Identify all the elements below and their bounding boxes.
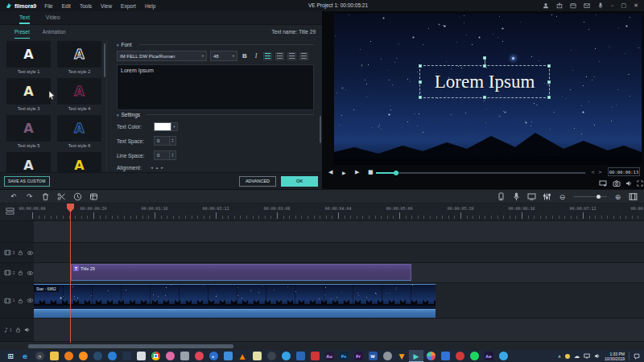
undo-button[interactable]: ↶: [9, 192, 18, 201]
menu-tools[interactable]: Tools: [80, 3, 92, 9]
taskbar-chrome[interactable]: [148, 350, 163, 362]
action-center-icon[interactable]: [634, 353, 640, 360]
menu-export[interactable]: Export: [121, 3, 136, 9]
track-lane-video-1[interactable]: Star - 6862: [34, 283, 644, 318]
next-frame-button[interactable]: ▶: [355, 169, 359, 176]
text-selection-box[interactable]: Lorem Ipsum: [419, 65, 550, 98]
settings-section-header[interactable]: ▾ Settings: [117, 112, 314, 117]
maximize-button[interactable]: ▢: [621, 2, 627, 9]
title-clip[interactable]: T Title 29: [71, 264, 411, 281]
zoom-out-icon[interactable]: ⊖: [558, 192, 567, 201]
speaker-mute-icon[interactable]: [24, 327, 31, 333]
display-device-icon[interactable]: [599, 180, 607, 187]
text-style-card-6[interactable]: AText style 6: [57, 115, 101, 150]
lock-icon[interactable]: [18, 249, 23, 256]
preview-video[interactable]: Lorem Ipsum: [334, 14, 642, 165]
record-device-icon[interactable]: [497, 192, 506, 201]
taskbar-spotify[interactable]: [467, 350, 481, 362]
timeline-scrollbar-handle[interactable]: [28, 344, 233, 348]
taskbar-downloader[interactable]: ▼: [394, 350, 409, 362]
taskbar-clock[interactable]: 1:33 PM 10/30/2019: [605, 352, 625, 361]
menu-file[interactable]: File: [44, 3, 52, 9]
taskbar-blue-sphere-app[interactable]: [279, 350, 293, 362]
ok-button[interactable]: OK: [281, 176, 318, 187]
eye-visibility-icon[interactable]: [27, 298, 34, 303]
settings-scrollbar[interactable]: [320, 116, 321, 143]
taskbar-calculator[interactable]: [134, 350, 148, 362]
feedback-mail-icon[interactable]: [584, 2, 590, 9]
text-style-card-2[interactable]: AText style 2: [57, 41, 101, 76]
eye-visibility-icon[interactable]: [27, 250, 34, 256]
taskbar-premiere[interactable]: Pr: [351, 350, 365, 362]
resize-handle-w[interactable]: [419, 80, 422, 84]
taskbar-word[interactable]: W: [365, 350, 380, 362]
lock-icon[interactable]: [18, 298, 23, 304]
taskbar-vlc[interactable]: ▲: [235, 350, 250, 362]
night-light-icon[interactable]: [565, 354, 570, 359]
step-down-icon[interactable]: ▾: [172, 155, 174, 158]
render-preview-icon[interactable]: [89, 192, 98, 201]
track-lane-video-3[interactable]: [34, 243, 644, 262]
taskbar-notes-app[interactable]: [250, 350, 264, 362]
delete-icon[interactable]: [41, 192, 50, 201]
taskbar-blue-square-app[interactable]: [293, 350, 308, 362]
track-lane-empty[interactable]: [34, 221, 644, 242]
align-justify-button[interactable]: [299, 52, 308, 60]
onedrive-cloud-icon[interactable]: ☁: [574, 353, 580, 360]
taskbar-edge[interactable]: e: [18, 350, 32, 362]
taskbar-pink-app[interactable]: [163, 350, 177, 362]
taskbar-gray-app[interactable]: [177, 350, 192, 362]
mark-in-out-icons[interactable]: <>: [591, 169, 605, 175]
tab-text[interactable]: Text: [19, 11, 30, 24]
resize-handle-ne[interactable]: [547, 64, 551, 68]
align-center-button[interactable]: [275, 52, 284, 60]
account-icon[interactable]: [543, 2, 549, 9]
font-section-header[interactable]: ▾ Font: [117, 42, 314, 47]
text-style-card-5[interactable]: AText style 5: [6, 115, 51, 150]
zoom-slider-handle[interactable]: [597, 195, 601, 199]
text-space-stepper[interactable]: 0 ▴▾: [154, 136, 176, 146]
text-style-card-4[interactable]: AText style 4: [57, 78, 101, 113]
resize-handle-sw[interactable]: [419, 96, 422, 99]
menu-view[interactable]: View: [101, 3, 112, 9]
taskbar-red-square-app[interactable]: [308, 350, 322, 362]
taskbar-photoshop[interactable]: Ps: [336, 350, 351, 362]
tab-video[interactable]: Video: [46, 11, 60, 24]
taskbar-file-explorer[interactable]: [47, 350, 61, 362]
taskbar-start[interactable]: ⊞: [3, 350, 18, 362]
taskbar-steam[interactable]: [90, 350, 105, 362]
lock-icon[interactable]: [18, 269, 23, 276]
stop-button[interactable]: ■: [368, 169, 374, 176]
italic-button[interactable]: I: [252, 51, 260, 60]
close-button[interactable]: ✕: [634, 2, 638, 9]
taskbar-blue-dial-app[interactable]: [105, 350, 119, 362]
taskbar-after-effects[interactable]: Ae: [481, 350, 496, 362]
resize-handle-s[interactable]: [483, 96, 486, 99]
subtab-preset[interactable]: Preset: [14, 25, 30, 39]
advanced-button[interactable]: ADVANCED: [239, 176, 276, 187]
taskbar-media-player[interactable]: ▸: [206, 350, 221, 362]
text-style-card-7[interactable]: A: [6, 152, 51, 172]
taskbar-media-clock-app[interactable]: ◔: [32, 350, 47, 362]
styles-scrollbar[interactable]: [104, 43, 105, 77]
alignment-buttons[interactable]: ◂▴▸: [154, 167, 160, 170]
zoom-to-fit-icon[interactable]: [629, 192, 638, 201]
taskbar-firefox[interactable]: [76, 350, 90, 362]
taskbar-blue-bird-app[interactable]: [496, 350, 510, 362]
taskbar-monitor-app[interactable]: [221, 350, 235, 362]
lock-icon[interactable]: [15, 327, 21, 333]
timeline-ruler[interactable]: 00:00:00:0000:00:00:2000:00:01:1600:00:0…: [0, 204, 644, 221]
text-content-input[interactable]: Lorem Ipsum: [117, 64, 314, 110]
export-icon[interactable]: [556, 2, 563, 9]
taskbar-resolve[interactable]: [423, 350, 438, 362]
mic-icon[interactable]: [597, 2, 604, 9]
network-display-icon[interactable]: [584, 353, 590, 359]
split-scissors-icon[interactable]: [57, 192, 66, 201]
menu-help[interactable]: Help: [145, 3, 155, 9]
audio-mixer-icon[interactable]: [543, 192, 551, 201]
resize-handle-e[interactable]: [547, 80, 551, 84]
taskbar-filmora[interactable]: ▶: [409, 350, 423, 362]
text-style-card-8[interactable]: A: [57, 152, 101, 172]
text-style-card-1[interactable]: AText style 1: [6, 41, 51, 76]
preview-overlay-text[interactable]: Lorem Ipsum: [420, 66, 549, 97]
